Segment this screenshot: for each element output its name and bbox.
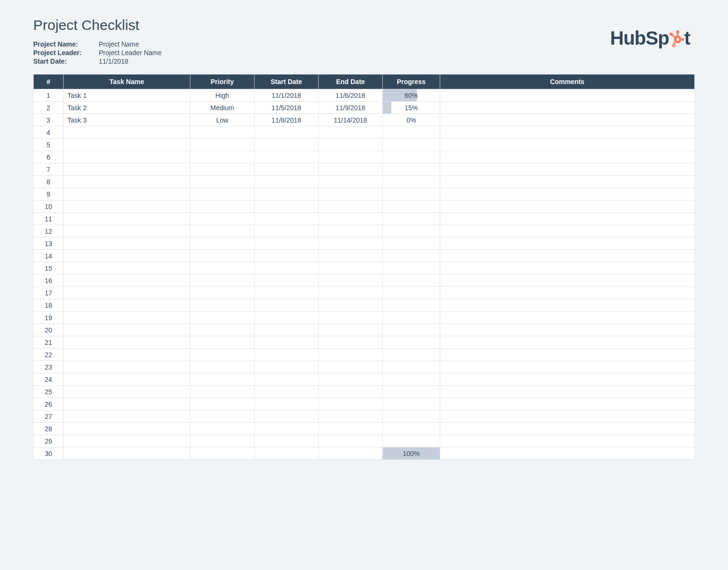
cell-task[interactable] — [64, 324, 190, 336]
cell-num[interactable]: 12 — [34, 225, 64, 238]
cell-task[interactable] — [64, 349, 190, 361]
cell-start[interactable] — [255, 262, 319, 275]
cell-comments[interactable] — [440, 349, 695, 361]
cell-priority[interactable] — [190, 250, 255, 262]
cell-comments[interactable] — [440, 336, 695, 349]
cell-end[interactable]: 11/9/2018 — [319, 102, 383, 114]
cell-start[interactable] — [255, 225, 319, 238]
cell-start[interactable] — [255, 238, 319, 250]
cell-comments[interactable] — [440, 299, 695, 312]
cell-progress[interactable]: 0% — [383, 114, 440, 126]
cell-start[interactable] — [255, 398, 319, 410]
cell-num[interactable]: 25 — [34, 386, 64, 398]
cell-end[interactable] — [319, 324, 383, 336]
cell-start[interactable] — [255, 176, 319, 188]
cell-progress[interactable] — [383, 398, 440, 410]
cell-task[interactable] — [64, 275, 190, 287]
cell-start[interactable] — [255, 349, 319, 361]
cell-start[interactable] — [255, 299, 319, 312]
cell-start[interactable] — [255, 200, 319, 213]
cell-start[interactable] — [255, 188, 319, 200]
cell-task[interactable] — [64, 250, 190, 262]
cell-comments[interactable] — [440, 126, 695, 139]
cell-comments[interactable] — [440, 398, 695, 410]
cell-progress[interactable] — [383, 312, 440, 324]
cell-start[interactable] — [255, 139, 319, 151]
cell-priority[interactable] — [190, 312, 255, 324]
cell-progress[interactable] — [383, 275, 440, 287]
cell-priority[interactable] — [190, 299, 255, 312]
cell-comments[interactable] — [440, 139, 695, 151]
cell-end[interactable] — [319, 151, 383, 163]
cell-num[interactable]: 1 — [34, 89, 64, 102]
cell-start[interactable]: 11/1/2018 — [255, 89, 319, 102]
cell-start[interactable] — [255, 373, 319, 386]
cell-task[interactable] — [64, 398, 190, 410]
cell-priority[interactable] — [190, 386, 255, 398]
cell-num[interactable]: 6 — [34, 151, 64, 163]
cell-priority[interactable] — [190, 336, 255, 349]
cell-end[interactable] — [319, 262, 383, 275]
cell-comments[interactable] — [440, 225, 695, 238]
cell-end[interactable] — [319, 398, 383, 410]
cell-end[interactable] — [319, 435, 383, 447]
cell-progress[interactable] — [383, 336, 440, 349]
cell-comments[interactable] — [440, 176, 695, 188]
cell-num[interactable]: 5 — [34, 139, 64, 151]
cell-num[interactable]: 15 — [34, 262, 64, 275]
cell-end[interactable] — [319, 287, 383, 299]
cell-task[interactable] — [64, 188, 190, 200]
cell-num[interactable]: 19 — [34, 312, 64, 324]
cell-num[interactable]: 23 — [34, 361, 64, 373]
cell-priority[interactable] — [190, 213, 255, 225]
cell-progress[interactable] — [383, 213, 440, 225]
cell-end[interactable] — [319, 447, 383, 460]
cell-progress[interactable] — [383, 423, 440, 435]
cell-progress[interactable] — [383, 386, 440, 398]
cell-num[interactable]: 11 — [34, 213, 64, 225]
cell-start[interactable] — [255, 275, 319, 287]
cell-comments[interactable] — [440, 188, 695, 200]
cell-end[interactable] — [319, 213, 383, 225]
cell-progress[interactable] — [383, 373, 440, 386]
cell-priority[interactable] — [190, 139, 255, 151]
cell-task[interactable] — [64, 262, 190, 275]
cell-task[interactable]: Task 3 — [64, 114, 190, 126]
cell-progress[interactable] — [383, 200, 440, 213]
cell-progress[interactable] — [383, 410, 440, 423]
cell-priority[interactable] — [190, 287, 255, 299]
cell-end[interactable] — [319, 312, 383, 324]
cell-progress[interactable]: 15% — [383, 102, 440, 114]
cell-comments[interactable] — [440, 213, 695, 225]
cell-progress[interactable]: 60% — [383, 89, 440, 102]
cell-comments[interactable] — [440, 312, 695, 324]
cell-progress[interactable] — [383, 188, 440, 200]
cell-comments[interactable] — [440, 435, 695, 447]
cell-end[interactable] — [319, 238, 383, 250]
cell-comments[interactable] — [440, 151, 695, 163]
cell-end[interactable]: 11/6/2018 — [319, 89, 383, 102]
cell-end[interactable] — [319, 299, 383, 312]
cell-comments[interactable] — [440, 238, 695, 250]
cell-task[interactable] — [64, 386, 190, 398]
cell-progress[interactable] — [383, 225, 440, 238]
cell-num[interactable]: 22 — [34, 349, 64, 361]
cell-progress[interactable] — [383, 361, 440, 373]
cell-progress[interactable] — [383, 163, 440, 176]
cell-progress[interactable] — [383, 176, 440, 188]
cell-end[interactable] — [319, 410, 383, 423]
cell-progress[interactable] — [383, 349, 440, 361]
cell-start[interactable]: 11/8/2018 — [255, 114, 319, 126]
cell-priority[interactable] — [190, 188, 255, 200]
cell-progress[interactable] — [383, 151, 440, 163]
cell-comments[interactable] — [440, 324, 695, 336]
cell-task[interactable] — [64, 336, 190, 349]
cell-comments[interactable] — [440, 89, 695, 102]
cell-start[interactable] — [255, 386, 319, 398]
cell-priority[interactable] — [190, 410, 255, 423]
cell-num[interactable]: 30 — [34, 447, 64, 460]
cell-start[interactable] — [255, 126, 319, 139]
cell-progress[interactable] — [383, 250, 440, 262]
cell-num[interactable]: 14 — [34, 250, 64, 262]
cell-start[interactable] — [255, 163, 319, 176]
